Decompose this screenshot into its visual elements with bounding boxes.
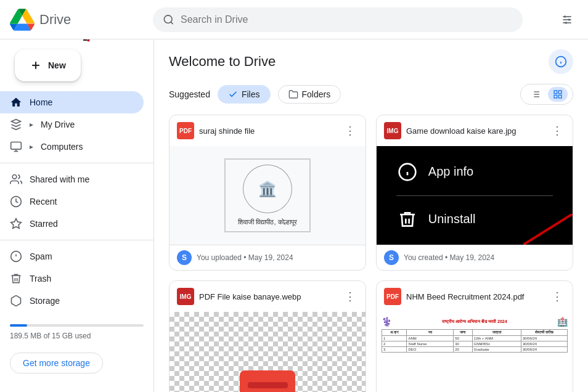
- file-card-nhm[interactable]: PDF NHM Beed Recruitment 2024.pdf ⋮ ⚕️ र…: [376, 280, 573, 392]
- expand-icon-computers: ▸: [30, 142, 33, 151]
- file-menu-button[interactable]: ⋮: [342, 287, 358, 306]
- svg-rect-30: [558, 91, 561, 94]
- sidebar-divider-2: [0, 240, 153, 240]
- page-title: Welcome to Drive: [169, 54, 276, 70]
- file-card-pdf-kaise[interactable]: IMG PDF File kaise banaye.webp ⋮ S You u…: [169, 280, 366, 392]
- google-drive-logo: [10, 7, 35, 32]
- header: Drive: [0, 0, 588, 39]
- sidebar-item-storage[interactable]: Storage: [0, 290, 144, 312]
- sidebar-item-starred[interactable]: Starred: [0, 213, 144, 235]
- file-card-header: IMG Game download kaise kare.jpg ⋮: [377, 115, 573, 146]
- nhm-title: राष्ट्रीय आरोग्य अभियान बीड भरती 2024: [392, 319, 557, 324]
- file-preview-dark: App info Uninstall: [377, 146, 573, 245]
- sidebar-item-recent[interactable]: Recent: [0, 190, 144, 213]
- computers-icon: [10, 141, 22, 153]
- file-name: PDF File kaise banaye.webp: [199, 292, 337, 301]
- sidebar-label-home: Home: [30, 97, 52, 107]
- file-name: suraj shinde file: [199, 126, 337, 136]
- svg-point-7: [565, 22, 567, 23]
- new-button[interactable]: New: [15, 49, 81, 81]
- filter-files-chip[interactable]: Files: [218, 85, 271, 104]
- sidebar-label-spam: Spam: [30, 251, 52, 261]
- filter-folders-chip[interactable]: Folders: [278, 85, 341, 104]
- red-line-decoration: [523, 214, 573, 245]
- sidebar-label-trash: Trash: [30, 274, 51, 284]
- svg-line-36: [523, 214, 573, 245]
- nhm-document-preview: ⚕️ राष्ट्रीय आरोग्य अभियान बीड भरती 2024…: [377, 312, 573, 392]
- folder-icon: [288, 89, 298, 99]
- nhm-emblem-right: 🏥: [557, 317, 568, 327]
- search-input[interactable]: [181, 14, 513, 25]
- file-card-suraj[interactable]: PDF suraj shinde file ⋮ 🏛️ शिवाजी विद्या…: [169, 115, 366, 271]
- info-icon: [555, 55, 567, 68]
- img-icon-webp: IMG: [177, 288, 194, 305]
- file-footer: S You created • May 19, 2024: [377, 245, 573, 270]
- uninstall-icon: [396, 208, 419, 231]
- main-layout: New Home: [0, 39, 588, 392]
- svg-line-1: [171, 22, 173, 23]
- svg-point-6: [568, 18, 570, 20]
- marathi-text: शिवाजी विद्यापीठ, कोल्हापूर: [238, 218, 296, 226]
- grid-icon: [553, 89, 563, 99]
- university-seal: 🏛️: [243, 165, 292, 213]
- sidebar-label-starred: Starred: [30, 219, 58, 229]
- sidebar-item-shared[interactable]: Shared with me: [0, 168, 144, 190]
- pdf-icon-nhm: PDF: [384, 288, 401, 305]
- nhm-emblem-left: ⚕️: [382, 317, 392, 327]
- storage-bar-background: [10, 324, 144, 327]
- search-icon: [163, 14, 174, 26]
- nhm-table: अ.क्रपदजागापात्रताशेवटची तारीख 1ANM5012t…: [382, 329, 568, 353]
- sidebar-item-my-drive[interactable]: ▸ My Drive: [0, 113, 144, 136]
- img-icon: IMG: [384, 122, 401, 139]
- storage-bar-fill: [10, 324, 27, 327]
- sidebar-label-recent: Recent: [30, 197, 57, 206]
- get-more-storage-button[interactable]: Get more storage: [10, 353, 103, 374]
- table-row: 1ANM5012th + ANM30/06/24: [382, 336, 568, 341]
- sidebar-label-my-drive: My Drive: [41, 120, 75, 129]
- new-button-label: New: [48, 60, 66, 70]
- recent-icon: [10, 195, 22, 208]
- header-right: [556, 9, 578, 31]
- file-menu-button[interactable]: ⋮: [549, 121, 565, 140]
- app-info-overlay: App info Uninstall: [377, 146, 573, 245]
- filter-label: Suggested: [169, 89, 210, 99]
- file-name: NHM Beed Recruitment 2024.pdf: [406, 292, 544, 301]
- svg-point-5: [564, 15, 566, 17]
- info-button[interactable]: [549, 49, 573, 74]
- webp-object: [240, 370, 295, 392]
- grid-view-button[interactable]: [548, 87, 568, 102]
- sidebar-item-spam[interactable]: Spam: [0, 245, 144, 267]
- file-preview-webp: [169, 312, 365, 392]
- sidebar-label-shared: Shared with me: [30, 174, 89, 184]
- sidebar-label-computers: Computers: [41, 142, 83, 152]
- file-card-header: PDF suraj shinde file ⋮: [169, 115, 365, 146]
- arrow-indicator: [82, 39, 131, 51]
- file-meta: You uploaded • May 19, 2024: [197, 253, 293, 262]
- view-toggle: [520, 84, 573, 105]
- red-folder-icon: [240, 370, 295, 392]
- sidebar-item-computers[interactable]: ▸ Computers: [0, 136, 144, 158]
- sidebar-item-trash[interactable]: Trash: [0, 267, 144, 290]
- list-view-button[interactable]: [526, 87, 545, 102]
- plus-icon: [30, 59, 42, 71]
- pdf-inner: 🏛️ शिवाजी विद्यापीठ, कोल्हापूर: [224, 158, 311, 232]
- storage-icon: [10, 295, 22, 307]
- settings-button[interactable]: [556, 9, 578, 31]
- check-icon: [228, 89, 238, 99]
- expand-icon-my-drive: ▸: [30, 120, 33, 129]
- file-card-game[interactable]: IMG Game download kaise kare.jpg ⋮ App i…: [376, 115, 573, 271]
- sidebar-item-home[interactable]: Home: [0, 91, 144, 113]
- table-row: 2Staff Nurse30GNM/BSc30/06/24: [382, 341, 568, 347]
- starred-icon: [10, 218, 22, 230]
- user-avatar: S: [384, 250, 399, 265]
- search-bar[interactable]: [153, 7, 523, 32]
- file-preview: 🏛️ शिवाजी विद्यापीठ, कोल्हापूर: [169, 146, 365, 245]
- nhm-header: ⚕️ राष्ट्रीय आरोग्य अभियान बीड भरती 2024…: [382, 317, 568, 327]
- file-menu-button[interactable]: ⋮: [549, 287, 565, 306]
- user-avatar: S: [177, 250, 192, 265]
- file-footer: S You uploaded • May 19, 2024: [169, 245, 365, 270]
- svg-point-14: [12, 175, 17, 179]
- home-icon: [10, 96, 22, 108]
- file-card-header: PDF NHM Beed Recruitment 2024.pdf ⋮: [377, 281, 573, 312]
- file-menu-button[interactable]: ⋮: [342, 121, 358, 140]
